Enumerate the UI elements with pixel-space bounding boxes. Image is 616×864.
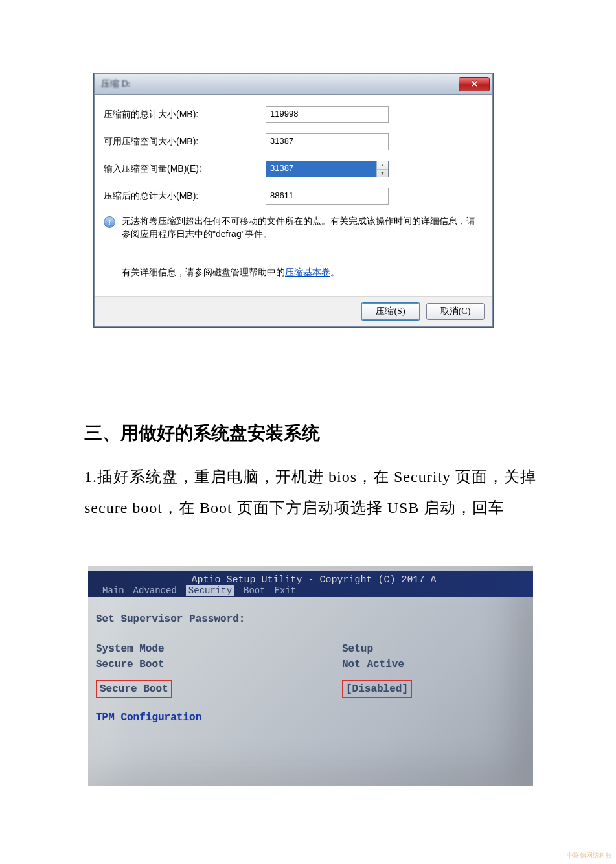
section-paragraph: 1.插好系统盘，重启电脑，开机进 bios，在 Security 页面，关掉 s… xyxy=(84,461,538,523)
bios-row-secure-boot-toggle[interactable]: Secure Boot [Disabled] xyxy=(96,680,525,698)
bios-row-secure-boot-status: Secure Boot Not Active xyxy=(96,657,525,672)
close-icon: ✕ xyxy=(471,79,478,89)
bios-copyright: Aptio Setup Utility - Copyright (C) 2017… xyxy=(95,573,533,585)
label-total-before: 压缩前的总计大小(MB): xyxy=(104,109,266,120)
highlight-secure-boot-label: Secure Boot xyxy=(96,680,172,698)
shrink-amount-spinner[interactable]: 31387 ▲ ▼ xyxy=(266,161,389,177)
shrink-dialog: 压缩 D: ✕ 压缩前的总计大小(MB): 119998 可用压缩空间大小(MB… xyxy=(94,73,493,327)
cancel-button[interactable]: 取消(C) xyxy=(426,303,485,320)
spinner-up-icon[interactable]: ▲ xyxy=(377,161,388,170)
bios-tab-exit[interactable]: Exit xyxy=(275,585,297,596)
info-icon: i xyxy=(104,216,115,228)
bios-tab-security[interactable]: Security xyxy=(186,585,234,596)
info-text-2: 有关详细信息，请参阅磁盘管理帮助中的压缩基本卷。 xyxy=(122,266,339,279)
info2-prefix: 有关详细信息，请参阅磁盘管理帮助中的 xyxy=(122,267,285,277)
close-button[interactable]: ✕ xyxy=(459,77,490,91)
section-heading: 三、用做好的系统盘安装系统 xyxy=(84,421,538,446)
dialog-body: 压缩前的总计大小(MB): 119998 可用压缩空间大小(MB): 31387… xyxy=(95,95,492,296)
row-total-after: 压缩后的总计大小(MB): 88611 xyxy=(104,188,483,205)
row-available: 可用压缩空间大小(MB): 31387 xyxy=(104,133,483,150)
spinner-buttons: ▲ ▼ xyxy=(376,161,388,177)
bios-row-tpm[interactable]: TPM Configuration xyxy=(96,710,525,725)
document-section: 三、用做好的系统盘安装系统 1.插好系统盘，重启电脑，开机进 bios，在 Se… xyxy=(84,421,538,523)
value-available: 31387 xyxy=(266,133,389,150)
dialog-titlebar[interactable]: 压缩 D: ✕ xyxy=(95,74,492,95)
value-total-after: 88611 xyxy=(266,188,389,205)
bios-set-supervisor-label: Set Supervisor Password: xyxy=(96,611,342,627)
dialog-title: 压缩 D: xyxy=(101,78,131,90)
spinner-down-icon[interactable]: ▼ xyxy=(377,170,388,177)
row-total-before: 压缩前的总计大小(MB): 119998 xyxy=(104,106,483,123)
shrink-amount-input[interactable]: 31387 xyxy=(266,161,376,177)
bios-header: Aptio Setup Utility - Copyright (C) 2017… xyxy=(88,571,533,597)
bios-system-mode-value: Setup xyxy=(342,641,373,657)
shrink-button[interactable]: 压缩(S) xyxy=(361,303,420,320)
bios-tpm-label: TPM Configuration xyxy=(96,710,342,725)
bios-content: Set Supervisor Password: System Mode Set… xyxy=(88,597,533,733)
dialog-footer: 压缩(S) 取消(C) xyxy=(95,296,492,326)
row-input-amount: 输入压缩空间量(MB)(E): 31387 ▲ ▼ xyxy=(104,161,483,177)
bios-secure-boot-toggle-label: Secure Boot xyxy=(96,680,342,698)
bios-secure-boot-status-label: Secure Boot xyxy=(96,657,342,672)
info-row-1: i 无法将卷压缩到超出任何不可移动的文件所在的点。有关完成该操作时间的详细信息，… xyxy=(104,215,483,240)
bios-tabs: Main Advanced Security Boot Exit xyxy=(95,585,533,596)
bios-tab-advanced[interactable]: Advanced xyxy=(133,585,177,596)
label-total-after: 压缩后的总计大小(MB): xyxy=(104,190,266,202)
bios-row-set-supervisor[interactable]: Set Supervisor Password: xyxy=(96,611,525,627)
info2-suffix: 。 xyxy=(330,267,339,277)
value-total-before: 119998 xyxy=(266,106,389,123)
bios-row-system-mode: System Mode Setup xyxy=(96,641,525,657)
bios-secure-boot-toggle-value[interactable]: [Disabled] xyxy=(342,680,412,698)
bios-secure-boot-status-value: Not Active xyxy=(342,657,404,672)
highlight-secure-boot-value: [Disabled] xyxy=(342,680,412,698)
info-row-2: 有关详细信息，请参阅磁盘管理帮助中的压缩基本卷。 xyxy=(122,266,483,279)
bios-tab-main[interactable]: Main xyxy=(102,585,124,596)
label-available: 可用压缩空间大小(MB): xyxy=(104,136,266,148)
watermark: 中联信网络科技 xyxy=(567,851,612,860)
help-link-shrink-basic[interactable]: 压缩基本卷 xyxy=(285,267,330,277)
bios-system-mode-label: System Mode xyxy=(96,641,342,657)
label-input-amount: 输入压缩空间量(MB)(E): xyxy=(104,163,266,175)
bios-tab-boot[interactable]: Boot xyxy=(244,585,266,596)
info-text-1: 无法将卷压缩到超出任何不可移动的文件所在的点。有关完成该操作时间的详细信息，请参… xyxy=(122,215,483,240)
bios-screenshot: Aptio Setup Utility - Copyright (C) 2017… xyxy=(88,566,533,786)
